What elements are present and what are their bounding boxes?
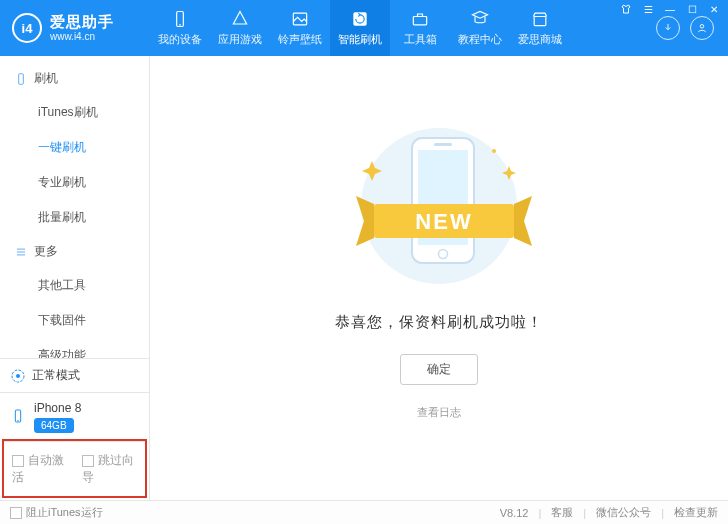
nav-flash[interactable]: 智能刷机 [330,0,390,56]
nav-label: 智能刷机 [338,32,382,47]
status-bar: 阻止iTunes运行 V8.12 | 客服 | 微信公众号 | 检查更新 [0,500,728,524]
sidebar: 刷机 iTunes刷机 一键刷机 专业刷机 批量刷机 更多 其他工具 下载固件 … [0,56,150,500]
menu-button[interactable]: ☰ [640,2,656,16]
toolbox-icon [410,9,430,29]
success-message: 恭喜您，保资料刷机成功啦！ [335,313,543,332]
app-header: i4 爱思助手 www.i4.cn 我的设备 应用游戏 铃声壁纸 [0,0,728,56]
tutorial-icon [470,9,490,29]
sidebar-item-advanced[interactable]: 高级功能 [0,338,149,358]
sidebar-section-more[interactable]: 更多 [0,235,149,268]
checkbox-icon [12,455,24,467]
sidebar-item-other-tools[interactable]: 其他工具 [0,268,149,303]
status-label: 正常模式 [32,367,80,384]
device-status[interactable]: 正常模式 [0,358,149,392]
status-icon [10,368,26,384]
nav-my-device[interactable]: 我的设备 [150,0,210,56]
app-title: 爱思助手 [50,14,114,31]
checkbox-icon [82,455,94,467]
skin-button[interactable] [618,2,634,16]
device-icon [170,9,190,29]
svg-rect-23 [434,143,452,146]
nav-label: 爱思商城 [518,32,562,47]
store-icon [530,9,550,29]
app-url: www.i4.cn [50,31,114,42]
sidebar-section-label: 更多 [34,243,58,260]
svg-marker-25 [356,196,374,246]
nav-label: 我的设备 [158,32,202,47]
maximize-button[interactable]: ☐ [684,2,700,16]
version-label: V8.12 [500,507,529,519]
sidebar-item-batch-flash[interactable]: 批量刷机 [0,200,149,235]
main-panel: NEW 恭喜您，保资料刷机成功啦！ 确定 查看日志 [150,56,728,500]
nav-label: 应用游戏 [218,32,262,47]
nav-label: 工具箱 [404,32,437,47]
nav-toolbox[interactable]: 工具箱 [390,0,450,56]
support-link[interactable]: 客服 [551,505,573,520]
sidebar-section-label: 刷机 [34,70,58,87]
close-button[interactable]: ✕ [706,2,722,16]
nav-apps[interactable]: 应用游戏 [210,0,270,56]
sidebar-item-pro-flash[interactable]: 专业刷机 [0,165,149,200]
logo-icon: i4 [12,13,42,43]
nav-label: 铃声壁纸 [278,32,322,47]
svg-rect-5 [534,17,546,26]
main-nav: 我的设备 应用游戏 铃声壁纸 智能刷机 工具箱 [150,0,642,56]
svg-marker-26 [514,196,532,246]
device-storage-badge: 64GB [34,418,74,433]
nav-store[interactable]: 爱思商城 [510,0,570,56]
wechat-link[interactable]: 微信公众号 [596,505,651,520]
ok-button[interactable]: 确定 [400,354,478,385]
download-button[interactable] [656,16,680,40]
device-box[interactable]: iPhone 8 64GB [0,392,149,441]
sidebar-item-itunes-flash[interactable]: iTunes刷机 [0,95,149,130]
nav-ringtones[interactable]: 铃声壁纸 [270,0,330,56]
svg-point-6 [700,25,704,29]
nav-tutorials[interactable]: 教程中心 [450,0,510,56]
sidebar-item-download-firmware[interactable]: 下载固件 [0,303,149,338]
success-illustration: NEW [324,116,554,291]
user-button[interactable] [690,16,714,40]
flash-icon [350,9,370,29]
auto-activate-checkbox[interactable]: 自动激活 [12,452,68,486]
banner-text: NEW [415,209,472,234]
block-itunes-checkbox[interactable]: 阻止iTunes运行 [10,505,103,520]
apps-icon [230,9,250,29]
skip-guide-checkbox[interactable]: 跳过向导 [82,452,138,486]
svg-point-12 [16,374,20,378]
view-log-link[interactable]: 查看日志 [417,405,461,420]
device-name: iPhone 8 [34,401,81,415]
minimize-button[interactable]: — [662,2,678,16]
sidebar-section-flash[interactable]: 刷机 [0,62,149,95]
wallpaper-icon [290,9,310,29]
svg-point-19 [492,149,496,153]
checkbox-label: 阻止iTunes运行 [26,506,103,518]
window-controls: ☰ — ☐ ✕ [618,2,722,16]
app-logo: i4 爱思助手 www.i4.cn [0,0,150,56]
phone-icon [10,408,26,427]
nav-label: 教程中心 [458,32,502,47]
sidebar-item-oneclick-flash[interactable]: 一键刷机 [0,130,149,165]
checkbox-icon [10,507,22,519]
svg-rect-7 [19,73,24,84]
svg-rect-4 [413,17,426,25]
flash-options-box: 自动激活 跳过向导 [4,441,145,496]
check-update-link[interactable]: 检查更新 [674,505,718,520]
